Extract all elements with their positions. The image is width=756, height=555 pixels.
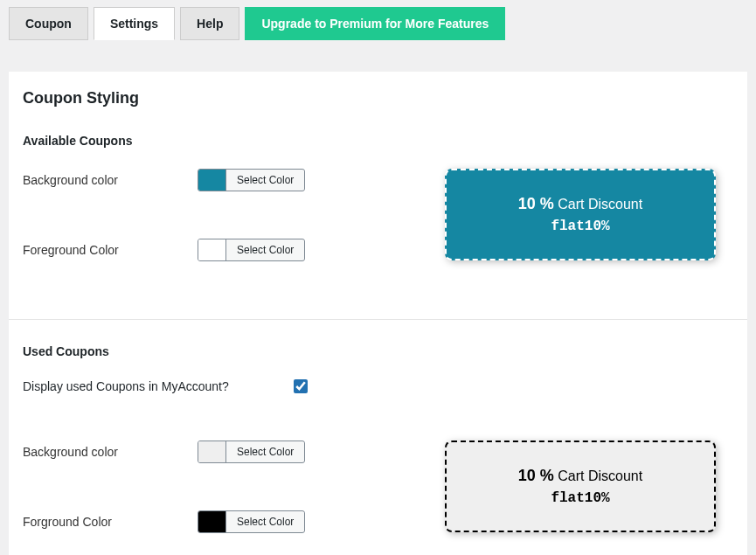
available-fg-swatch[interactable] (198, 239, 226, 260)
tab-settings[interactable]: Settings (94, 7, 175, 40)
available-section: Background color Select Color Foreground… (23, 169, 733, 309)
available-coupon-code: flat10% (461, 219, 700, 234)
used-fg-swatch[interactable] (198, 511, 226, 532)
used-coupon-code: flat10% (461, 490, 700, 506)
available-coupon-line1: 10 % Cart Discount (461, 195, 700, 213)
display-used-label: Display used Coupons in MyAccount? (23, 379, 294, 393)
tab-help[interactable]: Help (180, 7, 239, 40)
available-fg-row: Foreground Color Select Color (23, 239, 392, 261)
available-fg-select-button[interactable]: Select Color (226, 240, 304, 260)
used-fg-color-picker[interactable]: Select Color (198, 510, 305, 533)
used-coupon-line1: 10 % Cart Discount (461, 467, 700, 485)
used-coupon-percent: 10 % (518, 467, 554, 484)
tab-coupon[interactable]: Coupon (9, 7, 88, 40)
used-fg-select-button[interactable]: Select Color (226, 512, 304, 531)
available-bg-swatch[interactable] (198, 170, 226, 191)
available-fg-color-picker[interactable]: Select Color (198, 239, 305, 261)
display-used-checkbox[interactable] (294, 379, 308, 393)
page-title: Coupon Styling (23, 89, 733, 108)
available-bg-color-picker[interactable]: Select Color (198, 169, 305, 191)
tab-upgrade[interactable]: Upgrade to Premium for More Features (245, 7, 505, 40)
used-section: Background color Select Color Forground … (23, 441, 733, 555)
used-coupon-preview: 10 % Cart Discount flat10% (445, 441, 716, 532)
available-fg-label: Foreground Color (23, 243, 198, 257)
available-coupon-preview: 10 % Cart Discount flat10% (445, 169, 716, 260)
used-coupon-text: Cart Discount (558, 468, 642, 483)
available-bg-select-button[interactable]: Select Color (226, 170, 304, 190)
section-divider (9, 319, 747, 320)
available-coupons-header: Available Coupons (23, 134, 733, 148)
used-coupons-header: Used Coupons (23, 344, 733, 358)
used-bg-swatch[interactable] (198, 441, 226, 462)
available-bg-label: Background color (23, 173, 198, 187)
used-bg-color-picker[interactable]: Select Color (198, 441, 305, 463)
tabs-bar: Coupon Settings Help Upgrade to Premium … (0, 0, 756, 40)
available-bg-row: Background color Select Color (23, 169, 392, 191)
used-fg-label: Forground Color (23, 515, 198, 529)
used-bg-label: Background color (23, 445, 198, 459)
display-used-row: Display used Coupons in MyAccount? (23, 379, 733, 393)
available-coupon-text: Cart Discount (558, 197, 642, 212)
used-bg-select-button[interactable]: Select Color (226, 442, 304, 461)
settings-panel: Coupon Styling Available Coupons Backgro… (9, 72, 747, 555)
available-coupon-percent: 10 % (518, 195, 554, 212)
used-fg-row: Forground Color Select Color (23, 510, 392, 533)
used-bg-row: Background color Select Color (23, 441, 392, 463)
